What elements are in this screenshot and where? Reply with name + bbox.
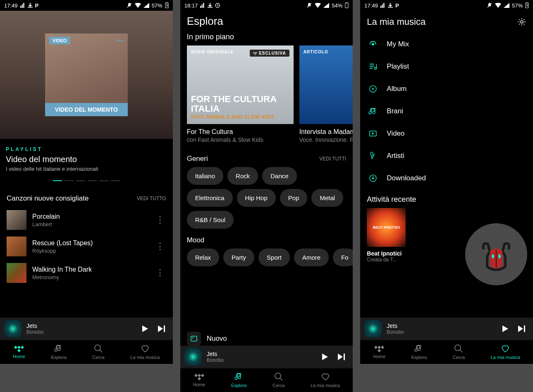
card-headline: FOR THE CULTURA ITALIA [191,94,289,113]
next-icon[interactable] [157,325,166,333]
status-time: 18:17 [184,2,198,9]
svg-line-22 [280,378,282,380]
track-title: Walking In The Dark [32,266,148,273]
next-icon[interactable] [517,325,526,333]
track-row[interactable]: Rescue (Lost Tapes) Röyksopp ⋮ [0,233,173,260]
bell-muted-icon [306,2,312,8]
mini-player[interactable]: Jets Bonobo [0,318,173,340]
genre-chip[interactable]: R&B / Soul [187,211,234,229]
genre-chip[interactable]: Pop [280,189,308,207]
nav-search[interactable]: Cerca [453,344,465,360]
nav-mymusic[interactable]: La mia musica [311,372,340,388]
svg-point-39 [492,254,494,258]
menu-item-playlist[interactable]: Playlist [360,55,533,78]
mood-chip[interactable]: Relax [187,249,219,266]
nav-explore[interactable]: Esplora [51,344,66,360]
genre-chip[interactable]: Metal [311,189,343,207]
wifi-icon [495,3,501,8]
cell-signal-icon [143,3,149,8]
svg-rect-17 [346,2,347,3]
menu-item-mymix[interactable]: My Mix [360,33,533,55]
page-title: La mia musica [367,17,425,27]
nuovo-label: Nuovo [207,335,227,343]
featured-card[interactable]: ARTICOLO Intervista a Madame Voce. Innov… [299,45,353,147]
mini-title: Jets [26,323,136,329]
menu-item-album[interactable]: Album [360,78,533,100]
featured-row[interactable]: SERIE ORIGINALE ESCLUSIVA FOR THE CULTUR… [180,45,353,147]
genre-chip[interactable]: Elettronica [187,189,233,207]
nav-search[interactable]: Cerca [272,372,284,388]
see-all-link[interactable]: VEDI TUTTO [137,196,166,201]
genres-label: Generi [187,155,208,163]
download-icon [388,3,393,8]
menu-item-artists[interactable]: Artisti [360,145,533,167]
menu-item-video[interactable]: Video [360,122,533,145]
genre-chip[interactable]: Italiano [187,167,223,185]
mood-chip[interactable]: Fo [333,249,353,266]
status-time: 17:49 [364,2,378,9]
mood-chip[interactable]: Amore [294,249,329,266]
nav-search[interactable]: Cerca [92,344,104,360]
track-title: Rescue (Lost Tapes) [32,239,148,247]
genre-chip[interactable]: Hip Hop [237,189,276,207]
hero-banner[interactable]: VIDEO VIDEO DEL MOMENTO [0,11,173,139]
play-icon[interactable] [501,325,509,333]
video-badge: VIDEO [49,37,70,44]
card-title: Intervista a Madame [299,128,353,136]
mini-artist: Bonobo [207,357,316,363]
menu-item-tracks[interactable]: Brani [360,100,533,122]
svg-rect-12 [203,3,204,8]
gear-icon[interactable] [517,17,526,26]
genre-chip[interactable]: Rock [227,167,258,185]
play-icon[interactable] [320,353,329,361]
hero-meta[interactable]: PLAYLIST Video del momento I video delle… [0,139,173,176]
status-bar: 18:17 54% [180,0,353,11]
bell-muted-icon [487,2,492,8]
featured-label: In primo piano [180,28,353,45]
more-icon[interactable]: ⋮ [154,218,166,222]
more-icon[interactable]: ⋮ [154,271,166,275]
page-title: Esplora [180,11,353,28]
see-all-genres[interactable]: VEDI TUTTI [319,156,346,162]
battery-icon [345,2,349,8]
track-row[interactable]: Walking In The Dark Metronomy ⋮ [0,260,173,286]
status-battery: 57% [512,2,523,9]
genre-chips: Italiano Rock Dance Elettronica Hip Hop … [180,167,353,229]
nav-home[interactable]: Home [193,372,205,388]
mood-chip[interactable]: Sport [258,249,290,266]
mini-player[interactable]: Jets Bonobo [180,346,353,368]
more-icon[interactable]: ⋮ [154,245,166,249]
menu-item-downloaded[interactable]: Downloaded [360,167,533,189]
search-icon [274,372,283,381]
heart-icon [501,344,510,353]
pager[interactable] [0,176,173,187]
svg-rect-3 [28,7,33,8]
artist-icon [368,151,378,160]
status-time: 17:49 [4,2,18,9]
nav-explore[interactable]: Esplora [231,372,246,388]
battery-icon [165,2,169,8]
nav-explore[interactable]: Esplora [411,344,427,360]
nav-home[interactable]: Home [13,344,25,360]
nuovo-row[interactable]: Nuovo [180,332,353,346]
watermark-logo [465,223,527,285]
featured-card[interactable]: SERIE ORIGINALE ESCLUSIVA FOR THE CULTUR… [187,45,294,147]
svg-point-31 [372,43,374,45]
genre-chip[interactable]: Dance [262,167,296,185]
hero-card: VIDEO VIDEO DEL MOMENTO [45,33,128,116]
download-icon [28,3,33,8]
play-icon[interactable] [141,325,149,333]
wifi-icon [135,3,141,8]
screen-mymusic: 17:49 P 57% La mia musica My Mix Playlis… [360,0,533,364]
card-sub: FAST ANIMALS AND SLOW KIDS [191,114,289,120]
svg-rect-1 [22,5,22,8]
mood-chip[interactable]: Party [223,249,254,266]
mini-player-art [364,320,382,337]
nav-mymusic[interactable]: La mia musica [130,344,160,360]
track-artist: Röyksopp [32,248,148,254]
nav-home[interactable]: Home [373,344,385,360]
nav-mymusic[interactable]: La mia musica [491,344,520,360]
track-row[interactable]: Porcelain Lambert ⋮ [0,207,173,233]
mini-player[interactable]: Jets Bonobo [360,318,533,340]
next-icon[interactable] [337,353,346,361]
